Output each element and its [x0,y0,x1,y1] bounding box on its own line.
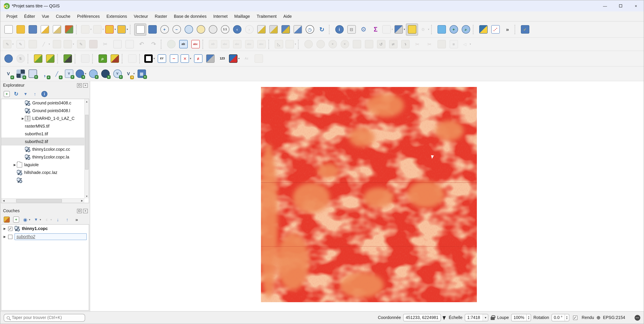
pin-labels-icon[interactable]: ab [177,38,189,50]
locator-search-input[interactable]: Taper pour trouver (Ctrl+K) [4,314,85,322]
fill-ring-icon[interactable]: ↺ [375,38,387,50]
select-features-icon[interactable]: ▾ [80,23,92,35]
open-project-icon[interactable] [14,23,26,35]
zoom-to-layer-icon[interactable] [207,23,219,35]
add-wms-layer-icon[interactable]: + [87,68,99,80]
segment-plugin-icon[interactable] [252,53,265,65]
scroll-right-icon[interactable]: ▶ [80,199,84,203]
refresh-icon[interactable]: ↻ [316,23,328,35]
collapse-all-button[interactable]: ↑ [31,90,39,98]
menu-projet[interactable]: Projet [3,12,21,20]
chevron-down-icon[interactable]: ▾ [85,72,86,75]
menu-traitement[interactable]: Traitement [253,12,280,20]
browser-item-ground-points0408-l[interactable]: Ground points0408.l [1,107,84,115]
browser-item-rastermns-tif[interactable]: rasterMNS.tif [1,122,84,130]
new-3d-map-view-icon[interactable] [267,23,280,35]
menu-base-de-donn-es[interactable]: Base de données [170,12,210,20]
style-manager-icon[interactable] [63,23,75,35]
zoom-in-icon[interactable]: + [158,23,170,35]
crs-status[interactable]: EPSG:2154 [603,315,625,320]
browser-item-lidarhd-1-0-laz-c[interactable]: ▶LIDARHD_1-0_LAZ_C [1,115,84,122]
add-layer-button[interactable]: + [3,90,10,98]
measure-icon[interactable]: ▾ [394,23,406,35]
render-checkbox[interactable]: ✓ [573,316,577,320]
new-spatial-bookmark-icon[interactable] [280,23,292,35]
menu--diter[interactable]: Éditer [21,12,38,20]
scale-combobox[interactable]: 1:7418 ▼ [465,314,488,321]
close-button[interactable]: × [628,0,644,11]
magnifier-spinner[interactable]: 100% ▲▼ [511,314,531,321]
label-pin-unpin-icon[interactable]: ab [207,38,219,50]
curve-delete-vertex-icon[interactable]: ✕▾ [180,53,192,65]
robot-plugin-icon[interactable] [79,53,91,65]
chevron-down-icon[interactable]: ▾ [133,72,135,75]
count-points-123-icon[interactable]: 123 [216,53,228,65]
close-panel-icon[interactable]: ✕ [83,83,88,87]
merge-features-icon[interactable] [436,38,448,50]
split-parts-icon[interactable]: ✂ [424,38,436,50]
chevron-down-icon[interactable]: ▾ [190,57,191,60]
add-wcs-layer-icon[interactable]: + [99,68,111,80]
show-bookmarks-icon[interactable] [292,23,304,35]
menu-raster[interactable]: Raster [151,12,170,20]
add-virtual-layer-icon[interactable]: V+ [63,68,75,80]
profile-digitize-plugin-icon[interactable]: ⋰ [489,23,502,35]
advanced-digitizing-panel-icon[interactable]: ◺ [273,38,285,50]
point-cloud-ring-icon[interactable]: ▾ [144,53,156,65]
spin-up-icon[interactable]: ▲ [565,316,569,318]
expand-arrow-icon[interactable]: ▶ [21,117,25,120]
curve-points-icon[interactable]: ••• [168,53,180,65]
map-editor-plugin-icon[interactable] [108,53,121,65]
chevron-down-icon[interactable]: ▾ [90,28,92,31]
attribute-table-icon[interactable]: ▾ [382,23,394,35]
horizontal-scrollbar[interactable]: ◀ ▶ [1,198,84,203]
add-wfs-layer-icon[interactable]: V+ [111,68,124,80]
expand-all-button[interactable]: ↓ [54,216,62,223]
browser-item-laguiole[interactable]: ▶laguiole [1,161,84,168]
browser-item-ground-points0408-c[interactable]: Ground points0408.c [1,99,84,107]
new-map-view-icon[interactable] [255,23,267,35]
chevron-down-icon[interactable]: ▾ [50,218,52,221]
label-change-icon[interactable]: abc [255,38,267,50]
menu-internet[interactable]: Internet [210,12,231,20]
chevron-down-icon[interactable]: ▾ [295,43,296,46]
chevron-down-icon[interactable]: ▾ [40,218,41,221]
modify-attributes-icon[interactable]: ✎ [75,38,87,50]
spin-up-icon[interactable]: ▲ [527,316,531,318]
vertex-tool-icon[interactable]: ▾ [63,38,75,50]
scroll-thumb[interactable] [85,115,88,170]
shape-regular-polygon-icon[interactable] [363,38,375,50]
manage-map-themes-button[interactable]: ◉▾ [22,216,30,223]
save-layer-edits-icon[interactable] [26,38,39,50]
layer-visibility-checkbox[interactable] [8,235,12,239]
chevron-down-icon[interactable]: ▾ [102,28,104,31]
hand-select-plugin-icon[interactable] [126,53,138,65]
menu-pr-f-rences[interactable]: Préférences [74,12,103,20]
add-vector-tile-layer-icon[interactable]: V✳▾ [124,68,136,80]
statistical-summary-icon[interactable]: ⊟ [345,23,358,35]
delete-selected-icon[interactable] [87,38,99,50]
reshape-features-icon[interactable]: ↴ [399,38,411,50]
offset-curve-icon[interactable]: ⇄ [387,38,399,50]
minimize-button[interactable]: — [597,0,613,11]
diagram-options-icon[interactable] [165,38,177,50]
current-edits-icon[interactable]: ✎▾ [2,38,14,50]
label-show-hide-icon[interactable]: abc [219,38,231,50]
curve-xy-icon[interactable]: XY [156,53,168,65]
spin-down-icon[interactable]: ▼ [527,318,531,320]
browser-item-subortho2-tif[interactable]: subortho2.tif [1,138,84,145]
digitize-segment-icon[interactable]: ╱▾ [39,38,51,50]
layer-item-subortho2[interactable]: ▶subortho2 [1,233,89,241]
menu-couche[interactable]: Couche [52,12,74,20]
georeferencer-icon[interactable] [436,23,448,35]
coordinate-extent-toggle-icon[interactable] [443,315,447,320]
map-canvas[interactable] [90,81,644,311]
add-mesh-layer-icon[interactable]: + [26,68,39,80]
scroll-up-icon[interactable]: ▲ [85,99,89,104]
qfieldcloud-plugin-icon[interactable] [2,53,14,65]
chevron-down-icon[interactable]: ▾ [470,43,471,46]
quick-search-plugin-icon[interactable]: ⌕ [96,53,108,65]
temporal-controller-icon[interactable]: ◷ [304,23,316,35]
deselect-features-icon[interactable]: ▾ [104,23,117,35]
zoom-to-selection-icon[interactable] [195,23,207,35]
